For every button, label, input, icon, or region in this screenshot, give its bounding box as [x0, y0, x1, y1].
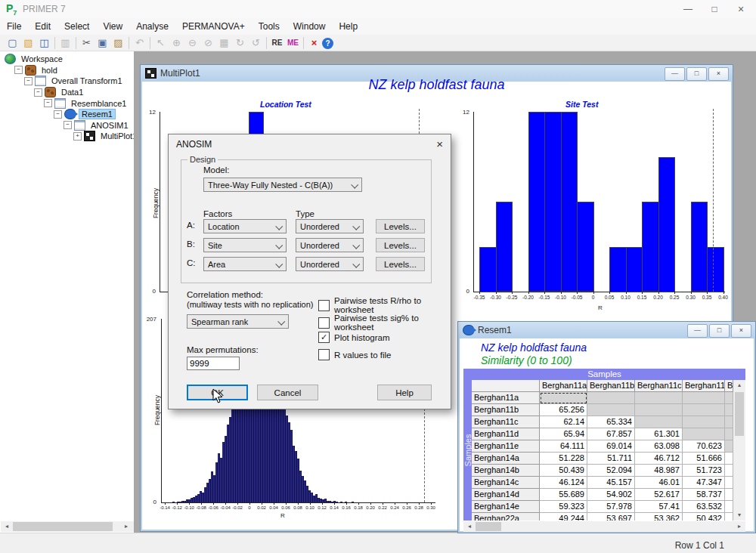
max-permutations-input[interactable]	[187, 357, 240, 370]
menu-help[interactable]: Help	[332, 19, 364, 34]
tree-item-resem1[interactable]: −Resem1	[0, 109, 134, 120]
column-header[interactable]: Berghan11d	[683, 380, 725, 392]
factor-dropdown[interactable]: Area	[203, 257, 287, 271]
correlation-dropdown[interactable]: Spearman rank	[187, 314, 289, 329]
scroll-down-icon[interactable]: ▾	[735, 510, 744, 521]
unchecked-checkbox-icon[interactable]	[318, 300, 330, 311]
tree-item-multiplot1[interactable]: +MultiPlot1	[0, 131, 134, 142]
tree-item-data1[interactable]: −Data1	[0, 87, 134, 98]
collapse-icon[interactable]: −	[24, 77, 33, 85]
similarity-cell[interactable]	[725, 453, 733, 465]
menu-permanova-[interactable]: PERMANOVA+	[175, 19, 252, 34]
checkbox-pairwise-tests-r-rho-to-worksheet[interactable]: Pairwise tests R/rho to worksheet	[318, 296, 451, 314]
collapse-icon[interactable]: −	[34, 88, 42, 97]
similarity-cell[interactable]: 50.432	[683, 513, 725, 521]
tree-item-workspace[interactable]: Workspace	[0, 54, 134, 65]
similarity-cell[interactable]	[725, 489, 733, 501]
similarity-cell[interactable]: 52.094	[587, 465, 635, 477]
factor-dropdown[interactable]: Location	[203, 219, 287, 233]
similarity-cell[interactable]: 53.697	[587, 513, 635, 521]
similarity-cell[interactable]: 70.623	[683, 440, 725, 453]
zoom-out-icon[interactable]: ⊖	[184, 36, 200, 50]
tree-item-resemblance1[interactable]: −Resemblance1	[0, 97, 134, 109]
similarity-cell[interactable]	[725, 513, 733, 521]
checked-checkbox-icon[interactable]: ✓	[318, 332, 330, 343]
column-header[interactable]: Berghan11c	[635, 380, 683, 392]
levels-button[interactable]: Levels...	[376, 257, 425, 271]
similarity-cell[interactable]: 65.256	[540, 404, 587, 416]
table-vertical-scrollbar[interactable]: ▴ ▾	[733, 380, 745, 521]
cut-icon[interactable]: ✂	[79, 36, 94, 50]
similarity-cell[interactable]: 58.737	[683, 489, 725, 501]
print-icon[interactable]: ▥	[57, 36, 73, 50]
similarity-cell[interactable]: 51.711	[587, 453, 635, 465]
similarity-cell[interactable]: 67.857	[587, 428, 635, 440]
similarity-cell[interactable]: 63.098	[635, 440, 683, 453]
similarity-cell[interactable]: 52.617	[635, 489, 683, 501]
pointer-icon[interactable]: ↖	[153, 36, 169, 50]
menu-analyse[interactable]: Analyse	[129, 19, 175, 34]
active-cell[interactable]	[540, 392, 587, 404]
checkbox-r-values-to-file[interactable]: R values to file	[318, 349, 391, 360]
similarity-cell[interactable]: 57.41	[635, 501, 683, 513]
highlight-worksheet-icon[interactable]: ME	[285, 36, 301, 50]
expand-icon[interactable]: +	[73, 132, 82, 141]
minimize-icon[interactable]: —	[687, 324, 708, 338]
similarity-cell[interactable]	[635, 392, 683, 404]
stop-icon[interactable]: ×	[306, 36, 322, 50]
similarity-cell[interactable]: 57.978	[587, 501, 635, 513]
similarity-cell[interactable]: 62.14	[540, 416, 587, 428]
cancel-button[interactable]: Cancel	[257, 385, 318, 400]
row-header[interactable]: Berghan14d	[472, 489, 540, 501]
scroll-right-icon[interactable]: ▸	[122, 521, 131, 532]
tree-item-hold[interactable]: −hold	[0, 65, 134, 76]
row-header[interactable]: Berghan11e	[472, 440, 540, 453]
unchecked-checkbox-icon[interactable]	[318, 317, 330, 329]
scroll-thumb[interactable]	[13, 522, 113, 531]
collapse-icon[interactable]: −	[54, 110, 62, 119]
help-button[interactable]: Help	[377, 385, 432, 400]
levels-button[interactable]: Levels...	[376, 219, 425, 233]
plot-options-icon[interactable]: ▦	[216, 36, 232, 50]
column-header[interactable]: Berghan11b	[587, 380, 635, 392]
zoom-off-icon[interactable]: ⊘	[200, 36, 216, 50]
new-file-icon[interactable]: ▢	[5, 36, 20, 50]
similarity-cell[interactable]: 64.111	[540, 440, 587, 453]
similarity-cell[interactable]: 54.902	[587, 489, 635, 501]
similarity-cell[interactable]: 46.712	[635, 453, 683, 465]
model-dropdown[interactable]: Three-Way Fully Nested - C(B(A))	[203, 178, 362, 192]
collapse-icon[interactable]: −	[14, 66, 23, 74]
similarity-cell[interactable]: 59.323	[540, 501, 587, 513]
similarity-cell[interactable]: 51.228	[540, 453, 587, 465]
help-icon[interactable]: ?	[322, 38, 333, 49]
unchecked-checkbox-icon[interactable]	[318, 349, 330, 360]
menu-select[interactable]: Select	[57, 19, 96, 34]
checkbox-pairwise-tests-sig-to-worksheet[interactable]: Pairwise tests sig% to worksheet	[318, 314, 451, 332]
type-dropdown[interactable]: Unordered	[296, 238, 364, 252]
similarity-cell[interactable]: 55.689	[540, 489, 587, 501]
similarity-cell[interactable]: 50.439	[540, 465, 587, 477]
similarity-cell[interactable]	[725, 416, 733, 428]
similarity-cell[interactable]: 61.301	[635, 428, 683, 440]
similarity-cell[interactable]: 46.01	[635, 477, 683, 489]
factor-dropdown[interactable]: Site	[203, 238, 287, 252]
similarity-cell[interactable]	[635, 404, 683, 416]
row-header[interactable]: Berghan14b	[472, 465, 540, 477]
row-header[interactable]: Berghan14e	[472, 501, 540, 513]
collapse-icon[interactable]: −	[44, 99, 52, 107]
rotate-ccw-icon[interactable]: ↺	[248, 36, 264, 50]
similarity-cell[interactable]	[725, 477, 733, 489]
similarity-cell[interactable]	[683, 416, 725, 428]
type-dropdown[interactable]: Unordered	[296, 219, 364, 233]
close-icon[interactable]: ×	[730, 2, 752, 17]
levels-button[interactable]: Levels...	[376, 238, 425, 252]
similarity-cell[interactable]: 45.157	[587, 477, 635, 489]
close-icon[interactable]: ×	[731, 324, 751, 338]
minimize-icon[interactable]: —	[677, 2, 699, 17]
row-header[interactable]: Berghan22a	[472, 513, 540, 521]
collapse-icon[interactable]: −	[64, 121, 72, 129]
similarity-cell[interactable]: 49.244	[540, 513, 587, 521]
undo-icon[interactable]: ↶	[132, 36, 147, 50]
checkbox-plot-histogram[interactable]: ✓Plot histogram	[318, 332, 390, 343]
type-dropdown[interactable]: Unordered	[296, 257, 364, 271]
